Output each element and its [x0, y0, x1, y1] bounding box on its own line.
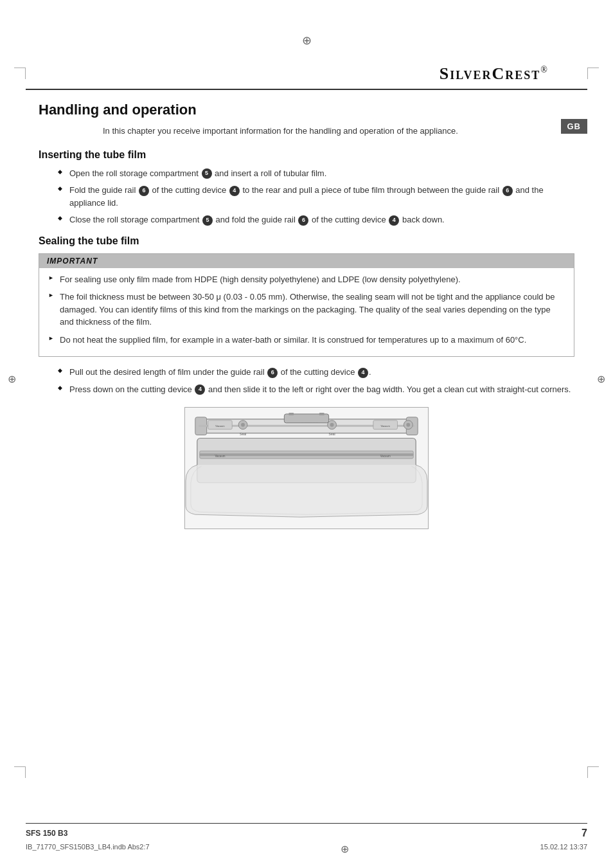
reg-mark-top-center: ⊕: [302, 33, 312, 48]
reg-mark-right-mid: ⊕: [597, 373, 605, 385]
list-item: Fold the guide rail 6 of the cutting dev…: [58, 184, 574, 209]
circle-num-5b: 5: [202, 215, 213, 226]
important-content: For sealing use only film made from HDPE…: [39, 268, 574, 357]
circle-num-6c: 6: [298, 215, 308, 226]
brand-superscript: ®: [540, 65, 549, 75]
page-number: 7: [582, 827, 587, 839]
circle-num-4a: 4: [229, 186, 240, 196]
section-title: Handling and operation: [39, 102, 574, 118]
sealing-bullet-list: Pull out the desired length of film unde…: [58, 366, 574, 395]
crop-mark-bottom-left: [14, 766, 26, 778]
crop-mark-top-left: [14, 68, 26, 79]
svg-text:Vacuum: Vacuum: [215, 424, 225, 428]
svg-text:Vacuum: Vacuum: [215, 455, 225, 458]
subsection-sealing-title: Sealing the tube film: [39, 235, 574, 247]
inserting-bullet-list: Open the roll storage compartment 5 and …: [58, 167, 574, 226]
subsection-inserting-title: Inserting the tube film: [39, 149, 574, 161]
crop-mark-top-right: [587, 68, 599, 79]
list-item: Close the roll storage compartment 5 and…: [58, 213, 574, 226]
language-badge: GB: [561, 119, 588, 134]
circle-num-5: 5: [202, 168, 212, 179]
list-item: For sealing use only film made from HDPE…: [48, 273, 565, 286]
circle-num-6b: 6: [502, 186, 513, 196]
footer-left-text: IB_71770_SFS150B3_LB4.indb Abs2:7: [26, 843, 150, 855]
brand-name-text: SilverCrest: [440, 64, 541, 83]
top-margin: ⊕: [0, 0, 613, 58]
svg-rect-20: [284, 414, 328, 423]
page-header: SilverCrest®: [26, 58, 587, 90]
svg-point-11: [330, 423, 334, 427]
svg-rect-22: [319, 413, 324, 415]
device-svg: Vacuum Seal SealControl Seal Vacuum: [185, 408, 428, 529]
circle-num-6a: 6: [139, 186, 149, 196]
footer-rule: SFS 150 B3 7: [26, 823, 587, 839]
device-illustration: Vacuum Seal SealControl Seal Vacuum: [184, 407, 429, 529]
svg-text:Vacuum: Vacuum: [381, 424, 391, 428]
footer-right-text: 15.02.12 13:37: [540, 843, 587, 855]
footer: SFS 150 B3 7 IB_71770_SFS150B3_LB4.indb …: [26, 823, 587, 855]
svg-point-7: [241, 423, 245, 427]
important-list: For sealing use only film made from HDPE…: [48, 273, 565, 347]
main-content: Handling and operation In this chapter y…: [39, 90, 574, 529]
svg-text:Vacuum: Vacuum: [380, 455, 391, 458]
important-box: IMPORTANT For sealing use only film made…: [39, 253, 574, 357]
footer-meta: IB_71770_SFS150B3_LB4.indb Abs2:7 ⊕ 15.0…: [26, 843, 587, 855]
circle-num-4c: 4: [358, 368, 368, 378]
section-intro: In this chapter you receive important in…: [103, 125, 574, 138]
circle-num-6d: 6: [267, 368, 278, 378]
reg-mark-bottom-center: ⊕: [341, 843, 349, 855]
important-header: IMPORTANT: [39, 254, 574, 268]
model-number: SFS 150 B3: [26, 829, 67, 838]
reg-mark-left-mid: ⊕: [8, 373, 16, 385]
list-item: The foil thickness must be between 30-50…: [48, 291, 565, 329]
crop-mark-bottom-right: [587, 766, 599, 778]
svg-rect-21: [289, 413, 294, 415]
list-item: Pull out the desired length of film unde…: [58, 366, 574, 379]
svg-text:Seal: Seal: [240, 433, 246, 436]
list-item: Open the roll storage compartment 5 and …: [58, 167, 574, 180]
svg-point-16: [406, 423, 410, 427]
brand-logo: SilverCrest®: [440, 64, 549, 84]
circle-num-4b: 4: [389, 215, 399, 226]
page: ⊕ SilverCrest® GB Handling and operation…: [0, 0, 613, 868]
list-item: Press down on the cutting device 4 and t…: [58, 383, 574, 396]
list-item: Do not heat the supplied film, for examp…: [48, 334, 565, 347]
svg-text:Seal: Seal: [329, 433, 335, 436]
circle-num-4d: 4: [195, 384, 205, 395]
